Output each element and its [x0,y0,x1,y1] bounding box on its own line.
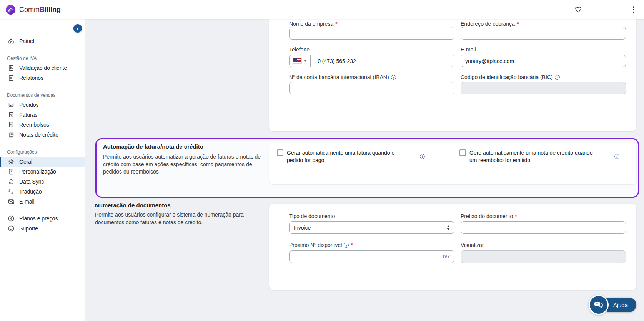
sidebar-section-sales-docs: Documentos de vendas [7,92,85,98]
sidebar-item-painel[interactable]: Painel [0,36,85,46]
billing-address-input[interactable] [461,27,626,40]
auto-credit-note-checkbox[interactable] [459,149,466,156]
sidebar-item-reports[interactable]: Relatórios [0,73,85,83]
auto-credit-note-label: Gere automaticamente uma nota de crédito… [469,149,600,164]
company-name-input[interactable] [289,27,454,40]
home-icon [8,38,15,45]
numbering-title: Numeração de documentos [95,202,171,208]
sync-arrows-icon [8,178,15,185]
prefix-input[interactable] [461,221,626,234]
bic-label: Código de identificação bancária (BIC) [461,74,560,80]
bic-input-disabled [461,82,626,94]
brand-logo[interactable]: CommBilling [0,5,61,15]
phone-value: +0 (473) 565-232 [315,58,356,64]
auto-invoice-label: Gerar automaticamente uma fatura quando … [287,149,410,164]
iban-input[interactable] [289,82,454,94]
billing-address-label: Endereço de cobrança* [461,21,519,27]
caret-down-icon [304,60,307,62]
phone-input[interactable]: +0 (473) 565-232 [289,55,454,67]
email-label: E-mail [461,46,476,53]
sidebar-item-credit-notes[interactable]: Notas de crédito [0,130,85,140]
main-content: Nome da empresa* Endereço de cobrança* T… [86,19,644,321]
sidebar-item-data-sync[interactable]: Data Sync [0,177,85,187]
prefix-label: Prefixo do documento* [461,213,517,219]
sidebar-item-invoices[interactable]: € Faturas [0,110,85,120]
auto-invoice-checkbox[interactable] [277,149,283,156]
sidebar-item-client-validation[interactable]: Validação do cliente [0,63,85,73]
preview-input-disabled [461,250,626,263]
sidebar-section-vat: Gestão de IVA [7,55,85,61]
favorites-heart-icon[interactable] [572,0,584,19]
numbering-card: Tipo de documento Invoice Prefixo do doc… [269,204,636,290]
info-icon[interactable] [420,154,425,159]
automation-title: Automação de fatura/nota de crédito [103,143,203,150]
translate-icon: z̄A [8,188,15,195]
kebab-menu-icon[interactable] [628,0,639,19]
sidebar-item-customization[interactable]: * Personalização [0,167,85,177]
brand-name: CommBilling [19,6,61,14]
sidebar-collapse-button[interactable] [73,24,82,33]
sidebar-item-support[interactable]: Suporte [0,223,85,233]
us-flag-icon [293,58,301,63]
commbilling-logo-icon [5,5,16,15]
char-counter: 0/7 [443,254,450,260]
automation-highlight-section: Automação de fatura/nota de crédito Perm… [95,138,639,198]
company-info-card: Nome da empresa* Endereço de cobrança* T… [269,13,636,131]
info-icon[interactable] [344,243,349,248]
gear-icon [8,158,15,165]
top-header: CommBilling [0,0,644,19]
doc-type-select[interactable]: Invoice [289,221,454,234]
inbox-icon [8,101,15,108]
doc-type-value: Invoice [294,225,311,231]
info-icon[interactable] [555,75,560,80]
sidebar-item-translation[interactable]: z̄A Tradução [0,187,85,197]
email-input[interactable]: ynoury@itplace.com [461,55,626,67]
sidebar-item-refunds[interactable]: ↩ Reembolsos [0,120,85,130]
svg-text:€: € [10,113,12,116]
credit-note-copy-icon [8,131,15,138]
sidebar-item-general[interactable]: Geral [0,157,85,167]
refund-receipt-icon: ↩ [8,121,15,128]
svg-text:z̄: z̄ [8,189,10,192]
auto-invoice-checkbox-row: Gerar automaticamente uma fatura quando … [277,149,415,164]
phone-label: Telefone [289,46,310,53]
help-button[interactable]: Ajuda [589,295,636,315]
app-window: CommBilling Painel Gestão de IVA Validaç… [0,0,644,321]
auto-credit-note-checkbox-row: Gere automaticamente uma nota de crédito… [459,149,606,164]
svg-text:A: A [11,191,14,195]
help-label: Ajuda [613,302,628,308]
sidebar-item-email[interactable]: E-mail [0,197,85,207]
next-number-label: Próximo Nº disponível* [289,242,353,248]
support-chat-icon [8,225,15,232]
automation-description: Permite aos usuários automatizar a geraç… [103,153,272,176]
document-lines-icon [8,74,15,81]
preview-label: Visualizar [461,242,484,248]
section-divider [103,193,631,193]
euro-circle-icon: € [8,215,15,222]
svg-text:↩: ↩ [10,123,13,126]
select-arrows-icon [447,225,450,230]
svg-text:*: * [10,170,12,174]
envelope-gear-icon [8,198,15,205]
iban-label: Nº da conta bancária internacional (IBAN… [289,74,396,80]
document-percent-icon [8,65,15,71]
invoice-euro-icon: € [8,111,15,118]
document-star-icon: * [8,168,15,175]
automation-card: Gerar automaticamente uma fatura quando … [269,143,636,184]
sidebar-item-plans[interactable]: € Planos e preços [0,213,85,223]
numbering-description: Permite aos usuários configurar o sistem… [95,211,260,226]
sidebar-item-orders[interactable]: Pedidos [0,100,85,110]
help-chat-icon [589,295,609,315]
company-name-label: Nome da empresa* [289,21,338,27]
email-value: ynoury@itplace.com [465,58,514,64]
info-icon[interactable] [391,75,396,80]
next-number-input[interactable]: 0/7 [289,250,454,263]
sidebar: Painel Gestão de IVA Validação do client… [0,19,85,321]
svg-text:€: € [10,217,12,220]
doc-type-label: Tipo de documento [289,213,335,219]
info-icon[interactable] [614,154,619,159]
country-flag-selector[interactable] [293,55,311,67]
sidebar-section-settings: Configurações [7,149,85,155]
